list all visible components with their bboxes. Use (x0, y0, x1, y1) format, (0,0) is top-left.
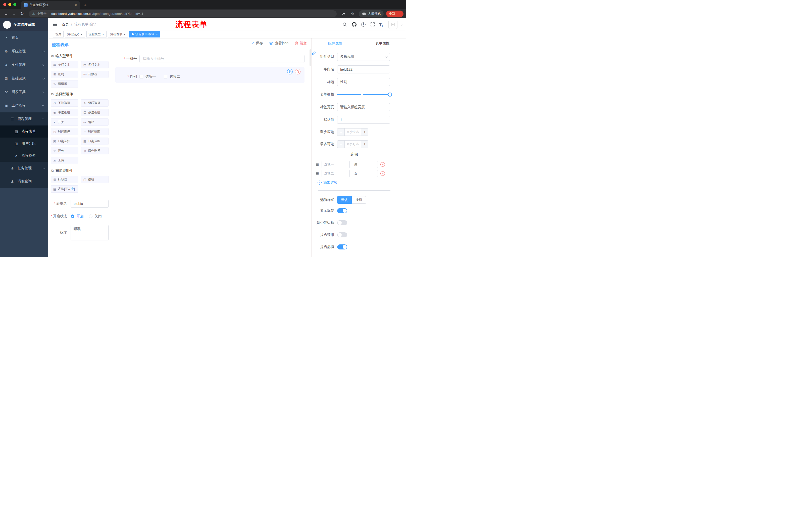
reload-icon[interactable]: ↻ (19, 10, 26, 17)
url-text[interactable]: dashboard.yudao.iocoder.cn/bpm/manager/f… (51, 12, 143, 16)
save-button[interactable]: ✓ 保存 (252, 41, 263, 46)
min-select-input[interactable]: 至少应选 (344, 129, 361, 136)
component-type-select[interactable]: 多选框组 (337, 53, 390, 61)
sidebar-item-process-form[interactable]: ▤ 流程表单 (0, 126, 48, 138)
sidebar-item-user-group[interactable]: ◫ 用户分组 (0, 138, 48, 150)
component-password[interactable]: ⊠密码 (51, 71, 78, 78)
radio-enabled[interactable]: 开启 (71, 214, 83, 218)
tag-process-model[interactable]: 流程模型× (86, 31, 107, 37)
remove-option-icon[interactable]: − (380, 171, 385, 176)
tab-component-props[interactable]: 组件属性 (312, 38, 359, 49)
slider-handle[interactable] (388, 92, 392, 97)
title-input[interactable]: 性别 (337, 78, 390, 86)
component-time-range[interactable]: ◔时间范围 (81, 128, 109, 135)
phone-input[interactable]: 请输入手机号 (140, 55, 304, 63)
browser-menu-icon[interactable]: ⋮ (397, 12, 401, 16)
option-value-input[interactable]: 女 (352, 170, 378, 177)
hamburger-icon[interactable] (52, 22, 58, 27)
component-cascader[interactable]: ⋔级联选择 (81, 99, 109, 107)
github-icon[interactable] (351, 22, 357, 27)
component-editor[interactable]: ✎编辑器 (51, 80, 78, 87)
search-icon[interactable] (342, 22, 347, 27)
component-button[interactable]: ▢按钮 (81, 176, 109, 183)
label-width-input[interactable]: 请输入标签宽度 (337, 103, 390, 111)
sidebar-item-home[interactable]: ◔ 首页 (0, 31, 48, 45)
sidebar-item-dev-tools[interactable]: ⚒ 研发工具 (0, 85, 48, 99)
not-secure-label[interactable]: 不安全 (37, 11, 50, 16)
style-default-button[interactable]: 默认 (337, 196, 352, 204)
close-icon[interactable]: × (102, 33, 105, 36)
remove-option-icon[interactable]: − (380, 162, 385, 167)
minimize-window-button[interactable] (8, 3, 11, 6)
disabled-toggle[interactable] (337, 232, 347, 237)
sidebar-item-leave-query[interactable]: ♟ 请假查询 (0, 175, 48, 188)
grid-slider[interactable] (337, 90, 390, 99)
delete-component-button[interactable] (295, 69, 300, 75)
decrease-button[interactable]: − (338, 129, 344, 136)
address-bar[interactable]: ⚠ 不安全 dashboard.yudao.iocoder.cn/bpm/man… (29, 10, 337, 17)
component-radio-group[interactable]: ◉单选框组 (51, 109, 78, 116)
required-toggle[interactable] (337, 244, 347, 249)
copy-component-button[interactable] (287, 69, 293, 75)
close-icon[interactable]: × (156, 33, 158, 36)
back-icon[interactable]: ← (2, 10, 9, 17)
component-rate[interactable]: ☆评分 (51, 147, 78, 154)
component-dropdown[interactable]: ⊙下拉选择 (51, 99, 78, 107)
checkbox-icon[interactable] (140, 75, 143, 78)
component-time-picker[interactable]: ◷时间选择 (51, 128, 78, 135)
component-multi-line-text[interactable]: ▤多行文本 (81, 61, 109, 69)
close-icon[interactable]: × (123, 33, 126, 36)
component-row-container[interactable]: ⊞行容器 (51, 176, 78, 183)
component-date-picker[interactable]: ▣日期选择 (51, 138, 78, 145)
increase-button[interactable]: + (361, 129, 368, 136)
tag-process-form-edit[interactable]: 流程表单-编辑× (129, 31, 161, 37)
component-color-picker[interactable]: ◍颜色选择 (81, 147, 109, 154)
caret-down-icon[interactable] (400, 23, 403, 26)
drag-handle-icon[interactable]: ☰ (315, 162, 320, 166)
border-toggle[interactable] (337, 220, 347, 225)
field-name-input[interactable]: field122 (337, 65, 390, 74)
decrease-button[interactable]: − (338, 141, 344, 147)
default-value-input[interactable]: 1 (337, 116, 390, 124)
add-option-button[interactable]: + 添加选项 (318, 180, 406, 185)
sidebar-item-infrastructure[interactable]: ⊡ 基础设施 (0, 72, 48, 85)
form-name-input[interactable]: biubiu (70, 200, 109, 208)
increase-button[interactable]: + (361, 141, 368, 147)
breadcrumb-home[interactable]: 首页 (62, 22, 69, 27)
sidebar-item-system-mgmt[interactable]: ⚙ 系统管理 (0, 45, 48, 58)
checkbox-icon[interactable] (164, 75, 167, 78)
browser-tab[interactable]: 芋道管理系统 × (21, 1, 80, 9)
component-counter[interactable]: 123计数器 (81, 71, 109, 78)
help-icon[interactable]: ? (360, 22, 366, 27)
key-icon[interactable] (340, 10, 347, 17)
radio-disabled[interactable]: 关闭 (89, 214, 102, 218)
new-tab-button[interactable]: + (81, 1, 89, 9)
drag-handle-icon[interactable]: ☰ (315, 171, 320, 175)
field-gender-selected[interactable]: 性别 选项一 选项二 (115, 67, 304, 83)
component-date-range[interactable]: ▩日期范围 (81, 138, 109, 145)
sidebar-item-workflow[interactable]: ▣ 工作流程 (0, 99, 48, 112)
clear-button[interactable]: 清空 (294, 41, 307, 46)
sidebar-item-payment-mgmt[interactable]: ¥ 支付管理 (0, 58, 48, 72)
option-value-input[interactable]: 男 (352, 161, 378, 168)
close-window-button[interactable] (3, 3, 6, 6)
show-label-toggle[interactable] (337, 208, 347, 213)
option-name-input[interactable]: 选项二 (322, 170, 350, 177)
link-icon[interactable] (312, 51, 316, 56)
font-size-icon[interactable]: TT (379, 22, 385, 27)
close-icon[interactable]: × (80, 33, 83, 36)
tag-process-definition[interactable]: 流程定义× (65, 31, 85, 37)
fullscreen-icon[interactable] (370, 22, 375, 27)
sidebar-item-task-mgmt[interactable]: ⋔ 任务管理 (0, 162, 48, 175)
component-checkbox-group[interactable]: ☑多选框组 (81, 109, 109, 116)
tag-home[interactable]: 首页 (53, 31, 63, 37)
update-button[interactable]: 更新 ⋮ (386, 10, 404, 17)
form-remark-textarea[interactable]: 嘿嘿 (70, 225, 109, 240)
view-json-button[interactable]: 查看json (269, 41, 288, 46)
tab-form-props[interactable]: 表单属性 (359, 38, 406, 49)
field-phone[interactable]: 手机号 请输入手机号 (115, 55, 304, 63)
max-select-input[interactable]: 最多可选 (344, 141, 361, 147)
gender-option-2[interactable]: 选项二 (164, 75, 180, 79)
component-switch[interactable]: ◐开关 (51, 118, 78, 126)
sidebar-item-process-mgmt[interactable]: ☰ 流程管理 (0, 112, 48, 126)
